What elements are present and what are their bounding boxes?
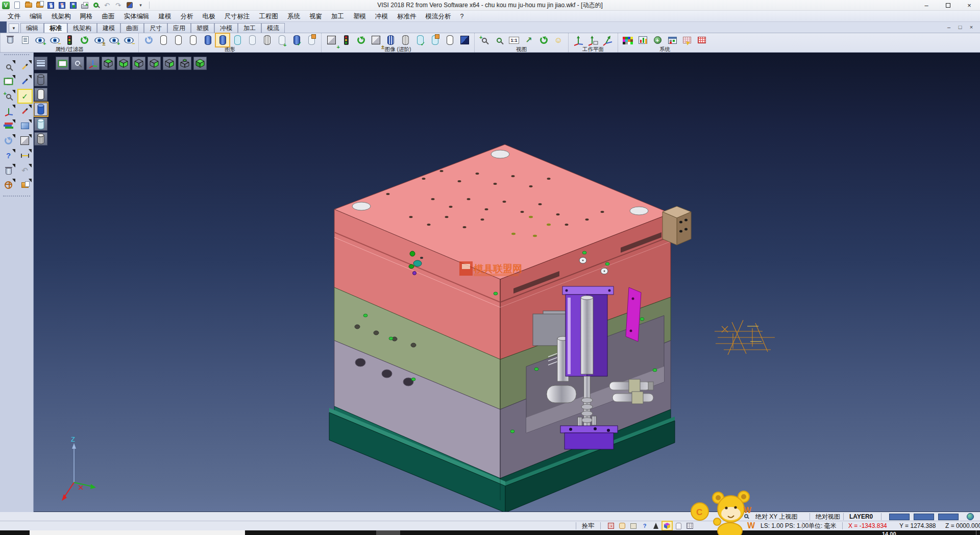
menu-edit[interactable]: 编辑: [25, 11, 47, 22]
eye-remove-icon[interactable]: [48, 34, 61, 46]
solid-cube-icon[interactable]: [18, 134, 32, 147]
cylinder-light-icon[interactable]: [246, 34, 259, 46]
undo-icon[interactable]: ↶: [18, 164, 32, 177]
tab-standard[interactable]: 标准: [44, 23, 67, 33]
tab-application[interactable]: 应用: [167, 23, 191, 33]
tab-dropdown-icon[interactable]: ▼: [9, 23, 19, 33]
workplane-2-icon[interactable]: [586, 34, 600, 46]
menu-modeling[interactable]: 建模: [154, 11, 176, 22]
machining-wheel-icon[interactable]: [2, 179, 15, 191]
tab-modeling[interactable]: 建模: [97, 23, 120, 33]
eye-add-icon[interactable]: [33, 34, 46, 46]
attribute-doc-icon[interactable]: [18, 34, 32, 46]
tab-edit[interactable]: 编辑: [20, 23, 44, 33]
snap-entity-icon[interactable]: [618, 522, 627, 530]
eye-plus-icon[interactable]: [107, 34, 120, 46]
units-indicator[interactable]: 单位: 毫米: [808, 521, 837, 530]
cube-navy-icon[interactable]: [458, 34, 471, 46]
sidebar-grip[interactable]: [4, 54, 29, 57]
save-icon[interactable]: [46, 1, 55, 10]
snap-help-icon[interactable]: ?: [640, 522, 649, 530]
menu-system[interactable]: 系统: [283, 11, 305, 22]
tab-wireframe[interactable]: 线架构: [67, 23, 97, 33]
erase-sketch-icon[interactable]: [18, 60, 32, 73]
menu-electrode[interactable]: 电极: [198, 11, 220, 22]
cylinder-stripe-blue-icon[interactable]: [384, 34, 397, 46]
undo-icon[interactable]: ↶: [103, 1, 111, 10]
grid-window-icon[interactable]: [18, 119, 32, 132]
menu-standard-parts[interactable]: 标准件: [393, 11, 421, 22]
refresh-green-icon[interactable]: [78, 34, 91, 46]
cube-traffic-icon[interactable]: [339, 34, 353, 46]
snap-glove-icon[interactable]: [674, 522, 683, 530]
zoom-dynamic-icon[interactable]: [2, 90, 15, 103]
delete-trash-icon[interactable]: [2, 164, 15, 177]
tab-machining[interactable]: 加工: [238, 23, 261, 33]
stats-window-icon[interactable]: [636, 34, 649, 46]
grid-red-icon[interactable]: [695, 34, 708, 46]
tab-dimension[interactable]: 尺寸: [144, 23, 167, 33]
session-icon[interactable]: [125, 1, 134, 10]
zoom-select-icon[interactable]: [2, 60, 15, 73]
menu-drawing[interactable]: 工程图: [255, 11, 283, 22]
workplane-1-icon[interactable]: [572, 34, 585, 46]
color-swatch-1[interactable]: [889, 514, 910, 520]
traffic-light-icon[interactable]: [63, 34, 76, 46]
tab-surface[interactable]: 曲面: [120, 23, 144, 33]
menu-window[interactable]: 视窗: [305, 11, 327, 22]
color-swatch-2[interactable]: [914, 514, 934, 520]
mdi-restore-button[interactable]: □: [954, 24, 966, 30]
absolute-view-indicator[interactable]: 绝对视图: [816, 512, 840, 521]
zoom-plus-icon[interactable]: [478, 34, 491, 46]
print-icon[interactable]: [80, 1, 89, 10]
cylinder-wire-icon[interactable]: [157, 34, 170, 46]
layer-indicator[interactable]: LAYER0: [849, 512, 873, 521]
snap-hand-icon[interactable]: [680, 34, 694, 46]
tab-flow[interactable]: 模流: [261, 23, 285, 33]
menu-die[interactable]: 冲模: [371, 11, 393, 22]
eye-plusminus-icon[interactable]: [92, 34, 106, 46]
cylinder-cyan-icon[interactable]: [231, 34, 244, 46]
tab-die[interactable]: 冲模: [214, 23, 238, 33]
globe-icon[interactable]: [967, 513, 974, 520]
snap-config-icon[interactable]: ◔: [606, 522, 616, 530]
corner-connector[interactable]: [663, 206, 691, 245]
preview-icon[interactable]: [91, 1, 100, 10]
redo-icon[interactable]: ↷: [114, 1, 122, 10]
mdi-close-button[interactable]: ×: [966, 24, 977, 30]
config-globe-icon[interactable]: +: [651, 34, 664, 46]
zoom-window-icon[interactable]: [493, 34, 506, 46]
select-box-icon[interactable]: [2, 75, 15, 88]
menu-wireframe[interactable]: 线架构: [47, 11, 76, 22]
palette-grid-icon[interactable]: [621, 34, 634, 46]
open-icon[interactable]: [24, 1, 33, 10]
color-swatch-3[interactable]: [938, 514, 959, 520]
arrow-ne-icon[interactable]: ↗: [522, 34, 535, 46]
import-icon[interactable]: [35, 1, 44, 10]
cube-add-icon[interactable]: [325, 34, 338, 46]
menu-solid-edit[interactable]: 实体编辑: [119, 11, 154, 22]
snap-solid-icon[interactable]: [663, 522, 672, 530]
menu-machining[interactable]: 加工: [327, 11, 349, 22]
3d-viewport[interactable]: 模具联盟网 Z: [34, 53, 980, 512]
mold-assembly-model[interactable]: 模具联盟网 Z: [34, 53, 980, 512]
menu-analysis[interactable]: 分析: [176, 11, 198, 22]
measure-icon[interactable]: [18, 149, 32, 162]
cylinder-pair-icon[interactable]: [275, 34, 288, 46]
new-icon[interactable]: [13, 1, 21, 10]
rotate-view-icon[interactable]: [537, 34, 550, 46]
smiley-view-icon[interactable]: ☺: [552, 34, 565, 46]
view-refresh-icon[interactable]: [2, 134, 15, 147]
help-icon[interactable]: ?: [2, 149, 15, 162]
cylinder-blue-active-icon[interactable]: [216, 34, 229, 46]
spline-edit-icon[interactable]: [18, 105, 32, 117]
refresh-blue-icon[interactable]: [142, 34, 155, 46]
cylinder-wire2-icon[interactable]: [172, 34, 185, 46]
cube-refresh-icon[interactable]: [354, 34, 368, 46]
save-as-icon[interactable]: [58, 1, 66, 10]
layer-books-icon[interactable]: [2, 119, 15, 132]
edit-curve-icon[interactable]: [18, 75, 32, 88]
close-button[interactable]: ×: [959, 0, 980, 11]
cylinder-blue-icon[interactable]: [201, 34, 214, 46]
ucs-axes-icon[interactable]: [2, 105, 15, 117]
